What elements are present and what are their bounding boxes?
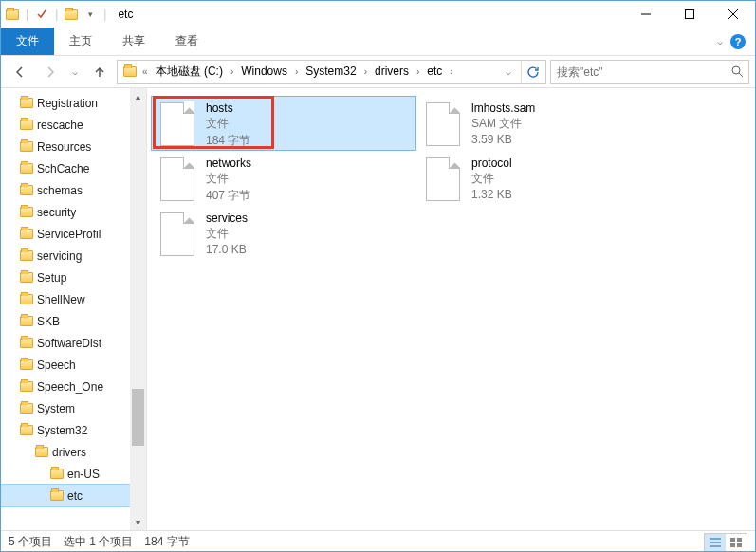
folder-icon (20, 163, 33, 174)
file-size: 407 字节 (206, 188, 251, 204)
file-size: 3.59 KB (471, 133, 535, 146)
file-meta: lmhosts.samSAM 文件3.59 KB (471, 101, 535, 146)
tree-item[interactable]: SoftwareDist (1, 332, 146, 354)
tree-item-label: SoftwareDist (37, 337, 101, 350)
folder-icon (20, 294, 33, 304)
chevron-right-icon[interactable]: › (362, 66, 369, 77)
ribbon-tab-file[interactable]: 文件 (1, 28, 54, 55)
file-name: lmhosts.sam (471, 101, 535, 115)
folder-tree[interactable]: RegistrationrescacheResourcesSchCachesch… (1, 88, 147, 530)
address-dropdown-icon[interactable]: ⌵ (500, 66, 517, 77)
forward-button[interactable] (37, 60, 64, 84)
tree-item[interactable]: SKB (1, 310, 146, 332)
tree-item-label: SchCache (37, 162, 89, 175)
file-type: 文件 (206, 171, 251, 187)
refresh-button[interactable] (521, 61, 544, 83)
help-icon[interactable]: ? (730, 34, 746, 49)
file-item[interactable]: networks文件407 字节 (151, 151, 416, 206)
back-button[interactable] (7, 60, 33, 84)
file-item[interactable]: hosts文件184 字节 (151, 96, 416, 151)
search-icon[interactable] (726, 65, 748, 78)
qat-dropdown-icon[interactable]: ▾ (83, 7, 98, 22)
scroll-track[interactable] (130, 104, 146, 514)
tree-item[interactable]: etc (1, 485, 146, 506)
tree-item-label: Setup (37, 271, 66, 285)
separator: | (26, 8, 28, 21)
folder-icon (20, 381, 33, 392)
chevron-right-icon[interactable]: › (448, 66, 454, 77)
tree-item[interactable]: System32 (1, 419, 146, 441)
tree-item[interactable]: security (1, 201, 146, 223)
tree-item-label: ServiceProfil (37, 228, 101, 241)
tree-scrollbar[interactable]: ▴ ▾ (130, 88, 146, 530)
search-input[interactable] (551, 65, 726, 79)
tree-item[interactable]: Setup (1, 267, 146, 288)
breadcrumb-item[interactable]: System32 (300, 64, 361, 78)
tree-item-label: rescache (37, 119, 83, 132)
tree-item[interactable]: schemas (1, 179, 146, 201)
tree-item[interactable]: ShellNew (1, 288, 146, 310)
address-bar[interactable]: « 本地磁盘 (C:)›Windows›System32›drivers›etc… (117, 60, 546, 84)
recent-dropdown[interactable]: ⌵ (67, 60, 83, 84)
separator: | (55, 8, 58, 21)
view-icons-button[interactable] (726, 534, 747, 551)
breadcrumb-item[interactable]: 本地磁盘 (C:) (150, 64, 229, 78)
ribbon-expand-icon[interactable]: ⌵ (717, 36, 723, 46)
tree-item-label: Resources (37, 140, 91, 154)
tree-item[interactable]: Speech (1, 354, 146, 376)
breadcrumb-item[interactable]: etc (421, 64, 448, 78)
svg-point-1 (732, 66, 740, 74)
file-meta: protocol文件1.32 KB (471, 156, 512, 201)
file-meta: hosts文件184 字节 (206, 101, 250, 149)
tree-item[interactable]: ServiceProfil (1, 223, 146, 245)
status-item-count: 5 个项目 (9, 534, 52, 550)
file-list[interactable]: hosts文件184 字节lmhosts.samSAM 文件3.59 KBnet… (147, 88, 755, 530)
ribbon-tab-view[interactable]: 查看 (160, 28, 213, 55)
scroll-up-icon[interactable]: ▴ (130, 88, 146, 104)
maximize-button[interactable] (668, 1, 711, 28)
breadcrumb-item[interactable]: drivers (369, 64, 415, 78)
file-item[interactable]: lmhosts.samSAM 文件3.59 KB (416, 96, 682, 151)
tree-item[interactable]: System (1, 397, 146, 419)
svg-rect-2 (730, 538, 735, 542)
folder-icon (20, 120, 33, 130)
breadcrumb-item[interactable]: Windows (235, 64, 293, 78)
file-icon (158, 101, 196, 147)
tree-item[interactable]: servicing (1, 245, 146, 267)
tree-item-label: Speech (37, 359, 76, 372)
view-details-button[interactable] (705, 534, 726, 551)
tree-item[interactable]: Registration (1, 92, 146, 114)
tree-item[interactable]: Resources (1, 136, 146, 157)
close-button[interactable] (711, 1, 755, 28)
svg-rect-5 (737, 543, 742, 547)
svg-rect-0 (686, 10, 694, 19)
separator: | (103, 8, 106, 21)
tree-item-label: System32 (37, 424, 87, 437)
file-type: 文件 (206, 226, 248, 242)
ribbon-tab-share[interactable]: 共享 (107, 28, 160, 55)
tree-item[interactable]: en-US (1, 463, 146, 485)
folder-icon (20, 207, 33, 217)
folder-icon (20, 98, 33, 108)
breadcrumb-prefix-icon[interactable]: « (140, 66, 150, 77)
tree-item[interactable]: Speech_One (1, 376, 146, 397)
scroll-down-icon[interactable]: ▾ (130, 514, 146, 530)
tree-item-label: SKB (37, 315, 60, 328)
minimize-button[interactable] (624, 1, 668, 28)
status-selection: 选中 1 个项目 (64, 534, 133, 550)
folder-icon (50, 490, 64, 501)
check-icon[interactable] (34, 7, 49, 22)
up-button[interactable] (86, 60, 113, 84)
file-item[interactable]: protocol文件1.32 KB (416, 151, 682, 206)
search-box[interactable] (550, 60, 749, 84)
tree-item[interactable]: rescache (1, 114, 146, 136)
file-size: 17.0 KB (206, 243, 248, 256)
tree-item[interactable]: drivers (1, 441, 146, 463)
tree-item[interactable]: SchCache (1, 157, 146, 179)
scroll-thumb[interactable] (132, 389, 144, 446)
folder-icon[interactable] (64, 7, 79, 22)
ribbon-tab-home[interactable]: 主页 (54, 28, 107, 55)
file-item[interactable]: services文件17.0 KB (151, 206, 416, 261)
svg-rect-4 (730, 543, 735, 547)
tree-item-label: security (37, 206, 76, 219)
